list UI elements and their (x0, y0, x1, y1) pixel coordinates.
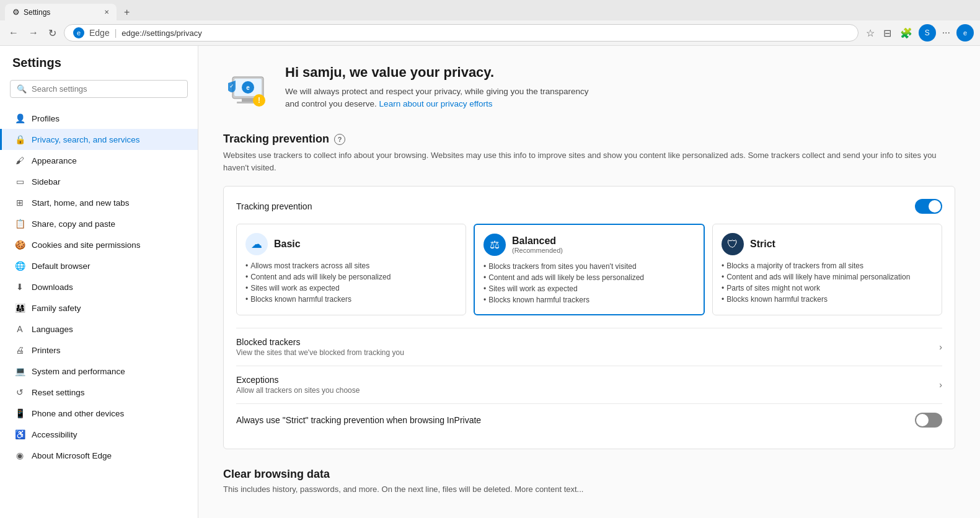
profile-button[interactable]: S (919, 24, 936, 42)
sidebar-item-reset[interactable]: ↺ Reset settings (0, 382, 198, 403)
sidebar-item-privacy[interactable]: 🔒 Privacy, search, and services (0, 129, 198, 150)
mode-card-basic[interactable]: ☁ Basic Allows most trackers across all … (236, 224, 466, 315)
feature-item: Sites will work as expected (245, 283, 457, 294)
nav-label-languages: Languages (32, 325, 73, 334)
nav-label-about: About Microsoft Edge (32, 451, 112, 460)
blocked-trackers-row[interactable]: Blocked trackers View the sites that we'… (236, 328, 942, 366)
mode-icon-balanced: ⚖ (483, 234, 506, 256)
mode-title-balanced: Balanced (512, 235, 563, 247)
nav-icon-privacy: 🔒 (14, 134, 25, 145)
sidebar-item-about[interactable]: ◉ About Microsoft Edge (0, 445, 198, 466)
inprivate-toggle[interactable] (915, 413, 942, 428)
sidebar-item-appearance[interactable]: 🖌 Appearance (0, 150, 198, 171)
nav-icon-about: ◉ (14, 450, 25, 461)
menu-button[interactable]: ··· (940, 25, 953, 41)
sidebar-title: Settings (0, 56, 198, 80)
exceptions-chevron-icon: › (939, 380, 942, 390)
svg-text:e: e (77, 29, 81, 37)
sidebar-item-default-browser[interactable]: 🌐 Default browser (0, 255, 198, 276)
content-area: e ✓ ! Hi samju, we value your privacy. W… (198, 46, 980, 518)
nav-icon-cookies: 🍪 (14, 239, 25, 250)
address-url: edge://settings/privacy (121, 29, 201, 38)
sidebar-item-phone[interactable]: 📱 Phone and other devices (0, 403, 198, 424)
nav-icon-start-home: ⊞ (14, 197, 25, 208)
nav-icon-appearance: 🖌 (14, 155, 25, 166)
mode-card-header-basic: ☁ Basic (245, 233, 457, 255)
sidebar-item-profiles[interactable]: 👤 Profiles (0, 108, 198, 129)
nav-label-share-copy: Share, copy and paste (32, 219, 115, 229)
nav-label-start-home: Start, home, and new tabs (32, 198, 130, 208)
new-tab-button[interactable]: + (119, 4, 135, 20)
sidebar-item-family-safety[interactable]: 👨‍👩‍👧 Family safety (0, 297, 198, 318)
nav-icon-languages: A (14, 323, 25, 335)
feature-item: Content and ads will likely be personali… (245, 271, 457, 283)
sidebar-item-start-home[interactable]: ⊞ Start, home, and new tabs (0, 192, 198, 213)
privacy-desc: We will always protect and respect your … (285, 86, 588, 111)
feature-item: Blocks known harmful trackers (483, 294, 695, 305)
sidebar-nav: 👤 Profiles 🔒 Privacy, search, and servic… (0, 108, 198, 466)
exceptions-title: Exceptions (236, 375, 939, 385)
sidebar-item-sidebar[interactable]: ▭ Sidebar (0, 171, 198, 192)
nav-icon-downloads: ⬇ (14, 281, 25, 292)
privacy-text: Hi samju, we value your privacy. We will… (285, 64, 588, 111)
feature-item: Blocks a majority of trackers from all s… (722, 260, 933, 271)
nav-label-reset: Reset settings (32, 388, 85, 397)
mode-icon-basic: ☁ (245, 233, 268, 255)
mode-card-header-balanced: ⚖ Balanced (Recommended) (483, 234, 695, 256)
extensions-button[interactable]: 🧩 (898, 25, 915, 42)
edge-icon-button[interactable]: e (956, 24, 974, 42)
nav-label-profiles: Profiles (32, 114, 60, 123)
address-bar-row: ← → ↻ e Edge | edge://settings/privacy ☆… (0, 20, 980, 45)
clear-browsing-desc: This includes history, passwords, and mo… (223, 485, 955, 494)
forward-button[interactable]: → (26, 25, 41, 41)
search-icon: 🔍 (17, 84, 27, 94)
back-button[interactable]: ← (6, 25, 21, 41)
svg-text:!: ! (258, 96, 260, 105)
sidebar-item-languages[interactable]: A Languages (0, 318, 198, 340)
favorites-button[interactable]: ☆ (863, 25, 877, 42)
settings-tab[interactable]: ⚙ Settings ✕ (5, 4, 117, 20)
mode-features-balanced: Blocks trackers from sites you haven't v… (483, 261, 695, 305)
privacy-image: e ✓ ! (223, 64, 273, 114)
exceptions-row[interactable]: Exceptions Allow all trackers on sites y… (236, 366, 942, 403)
nav-icon-printers: 🖨 (14, 345, 25, 356)
sidebar-item-printers[interactable]: 🖨 Printers (0, 340, 198, 361)
sidebar-item-share-copy[interactable]: 📋 Share, copy and paste (0, 213, 198, 234)
feature-item: Blocks known harmful trackers (245, 294, 457, 305)
tracking-card-label: Tracking prevention (236, 201, 312, 211)
svg-text:e: e (246, 84, 250, 91)
address-bar[interactable]: e Edge | edge://settings/privacy (64, 24, 859, 42)
search-box[interactable]: 🔍 (10, 80, 188, 98)
collections-button[interactable]: ⊟ (881, 25, 894, 42)
nav-icon-family-safety: 👨‍👩‍👧 (14, 302, 25, 314)
nav-icon-phone: 📱 (14, 408, 25, 419)
exceptions-desc: Allow all trackers on sites you choose (236, 386, 939, 395)
sidebar: Settings 🔍 👤 Profiles 🔒 Privacy, search,… (0, 46, 198, 518)
toolbar-icons: ☆ ⊟ 🧩 S ··· e (863, 24, 974, 42)
tracking-toggle[interactable] (915, 199, 942, 214)
nav-label-downloads: Downloads (32, 283, 73, 292)
mode-card-strict[interactable]: 🛡 Strict Blocks a majority of trackers f… (712, 224, 942, 315)
tracking-card-header: Tracking prevention (236, 199, 942, 214)
privacy-link[interactable]: Learn about our privacy efforts (379, 99, 493, 108)
sidebar-item-downloads[interactable]: ⬇ Downloads (0, 276, 198, 297)
help-icon[interactable]: ? (334, 134, 345, 145)
sidebar-item-system[interactable]: 💻 System and performance (0, 361, 198, 382)
nav-label-phone: Phone and other devices (32, 409, 124, 418)
nav-label-system: System and performance (32, 367, 125, 376)
mode-title-strict: Strict (750, 239, 775, 250)
edge-logo: e (960, 27, 971, 38)
sidebar-item-cookies[interactable]: 🍪 Cookies and site permissions (0, 234, 198, 255)
search-input[interactable] (32, 84, 181, 94)
nav-label-default-browser: Default browser (32, 261, 90, 271)
tab-close-button[interactable]: ✕ (104, 9, 109, 15)
nav-label-printers: Printers (32, 346, 61, 355)
mode-card-balanced[interactable]: ⚖ Balanced (Recommended) Blocks trackers… (474, 224, 705, 315)
nav-icon-system: 💻 (14, 366, 25, 377)
inprivate-row: Always use "Strict" tracking prevention … (236, 403, 942, 436)
refresh-button[interactable]: ↻ (46, 25, 59, 42)
nav-icon-profiles: 👤 (14, 113, 25, 124)
sidebar-item-accessibility[interactable]: ♿ Accessibility (0, 424, 198, 445)
tab-title: Settings (24, 8, 50, 17)
mode-icon-strict: 🛡 (722, 233, 744, 255)
